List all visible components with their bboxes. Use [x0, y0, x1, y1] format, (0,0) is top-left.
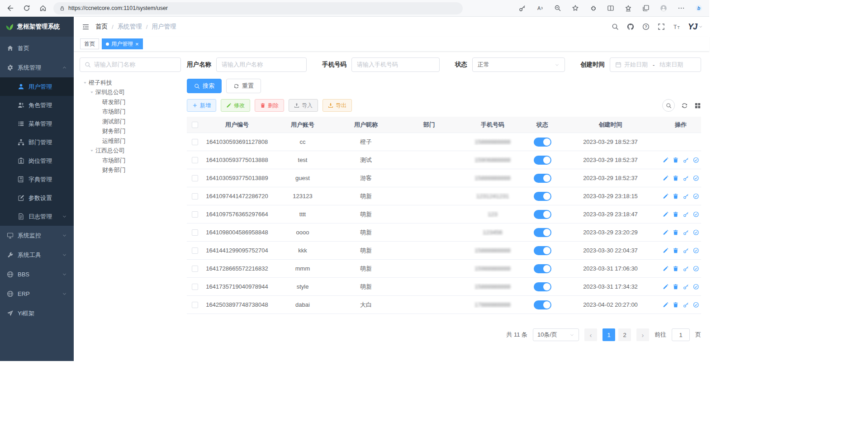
- reset-password-icon[interactable]: [683, 284, 689, 290]
- key-icon[interactable]: [517, 2, 528, 14]
- assign-role-icon[interactable]: [693, 302, 699, 308]
- prev-page-button[interactable]: ‹: [584, 328, 597, 341]
- sidebar-item-post-management[interactable]: 岗位管理: [0, 152, 74, 170]
- export-button[interactable]: 导出: [323, 99, 352, 112]
- status-toggle[interactable]: [534, 282, 551, 291]
- breadcrumb-item[interactable]: 首页: [95, 23, 108, 31]
- sidebar-item-bbs[interactable]: BBS: [0, 265, 74, 284]
- reload-icon[interactable]: [21, 2, 33, 14]
- sidebar-item-yi-framework[interactable]: Yi框架: [0, 304, 74, 323]
- row-checkbox[interactable]: [192, 229, 198, 236]
- status-toggle[interactable]: [534, 210, 551, 219]
- assign-role-icon[interactable]: [693, 157, 699, 163]
- edit-user-icon[interactable]: [663, 284, 669, 290]
- tree-node[interactable]: 市场部门: [80, 107, 181, 117]
- goto-page-input[interactable]: 1: [672, 328, 690, 341]
- edit-user-icon[interactable]: [663, 247, 669, 254]
- assign-role-icon[interactable]: [693, 284, 699, 290]
- tree-node[interactable]: 测试部门: [80, 117, 181, 127]
- extensions-icon[interactable]: [587, 2, 599, 14]
- split-screen-icon[interactable]: [605, 2, 617, 14]
- edit-user-icon[interactable]: [663, 266, 669, 272]
- assign-role-icon[interactable]: [693, 211, 699, 218]
- edit-user-icon[interactable]: [663, 302, 669, 308]
- edit-user-icon[interactable]: [663, 175, 669, 181]
- favorites-bar-icon[interactable]: [622, 2, 634, 14]
- reset-button[interactable]: 重置: [226, 79, 261, 93]
- zoom-icon[interactable]: [552, 2, 564, 14]
- row-checkbox[interactable]: [192, 302, 198, 308]
- delete-user-icon[interactable]: [673, 175, 679, 181]
- tab-home[interactable]: 首页: [80, 38, 99, 49]
- assign-role-icon[interactable]: [693, 266, 699, 272]
- phone-input[interactable]: 请输入手机号码: [351, 57, 440, 72]
- search-button[interactable]: 搜索: [187, 79, 222, 93]
- add-button[interactable]: 新增: [187, 99, 216, 112]
- search-icon[interactable]: [609, 21, 621, 33]
- row-checkbox[interactable]: [192, 193, 198, 200]
- status-toggle[interactable]: [534, 300, 551, 309]
- status-toggle[interactable]: [534, 156, 551, 165]
- row-checkbox[interactable]: [192, 284, 198, 290]
- fullscreen-icon[interactable]: [655, 21, 667, 33]
- select-all-checkbox[interactable]: [192, 122, 198, 128]
- row-checkbox[interactable]: [192, 211, 198, 218]
- sidebar-item-dict-management[interactable]: 字典管理: [0, 170, 74, 189]
- reset-password-icon[interactable]: [683, 157, 689, 163]
- delete-user-icon[interactable]: [673, 302, 679, 308]
- sidebar-item-system-management[interactable]: 系统管理: [0, 58, 74, 77]
- page-size-select[interactable]: 10条/页: [533, 328, 579, 341]
- next-page-button[interactable]: ›: [636, 328, 649, 341]
- sidebar-item-user-management[interactable]: 用户管理: [0, 77, 74, 96]
- dept-search-input[interactable]: 请输入部门名称: [80, 57, 181, 72]
- reset-password-icon[interactable]: [683, 302, 689, 308]
- page-button-2[interactable]: 2: [618, 328, 631, 341]
- sidebar-item-erp[interactable]: ERP: [0, 284, 74, 304]
- copilot-icon[interactable]: b: [693, 2, 705, 14]
- breadcrumb-item[interactable]: 用户管理: [152, 23, 176, 31]
- sidebar-item-param-settings[interactable]: 参数设置: [0, 189, 74, 207]
- assign-role-icon[interactable]: [693, 229, 699, 236]
- reset-password-icon[interactable]: [683, 266, 689, 272]
- delete-user-icon[interactable]: [673, 284, 679, 290]
- user-avatar[interactable]: YJ: [688, 22, 703, 32]
- tree-node[interactable]: 橙子科技: [80, 78, 181, 88]
- table-refresh-button[interactable]: [681, 102, 688, 109]
- more-icon[interactable]: [675, 2, 687, 14]
- tree-node[interactable]: 财务部门: [80, 166, 181, 176]
- close-tab-icon[interactable]: ×: [135, 41, 139, 47]
- assign-role-icon[interactable]: [693, 175, 699, 181]
- edit-user-icon[interactable]: [663, 211, 669, 218]
- reset-password-icon[interactable]: [683, 247, 689, 254]
- favorite-add-icon[interactable]: [569, 2, 581, 14]
- row-checkbox[interactable]: [192, 266, 198, 272]
- status-select[interactable]: 正常: [472, 57, 565, 72]
- breadcrumb-item[interactable]: 系统管理: [118, 23, 142, 31]
- tree-node[interactable]: 运维部门: [80, 136, 181, 146]
- github-icon[interactable]: [625, 21, 636, 33]
- status-toggle[interactable]: [534, 174, 551, 183]
- sidebar-item-log-management[interactable]: 日志管理: [0, 207, 74, 226]
- font-size-icon[interactable]: TT: [671, 21, 683, 33]
- status-toggle[interactable]: [534, 264, 551, 273]
- reset-password-icon[interactable]: [683, 193, 689, 200]
- sidebar-item-dept-management[interactable]: 部门管理: [0, 133, 74, 152]
- edit-user-icon[interactable]: [663, 193, 669, 200]
- help-icon[interactable]: ?: [640, 21, 652, 33]
- delete-user-icon[interactable]: [673, 247, 679, 254]
- table-search-button[interactable]: [662, 99, 675, 112]
- delete-button[interactable]: 删除: [255, 99, 284, 112]
- sidebar-item-role-management[interactable]: 角色管理: [0, 96, 74, 114]
- tree-node[interactable]: 深圳总公司: [80, 88, 181, 98]
- edit-user-icon[interactable]: [663, 229, 669, 236]
- row-checkbox[interactable]: [192, 247, 198, 254]
- profile-icon[interactable]: [658, 2, 669, 14]
- delete-user-icon[interactable]: [673, 193, 679, 200]
- sidebar-item-system-tools[interactable]: 系统工具: [0, 245, 74, 265]
- tab-user-management[interactable]: 用户管理×: [102, 38, 143, 49]
- table-columns-button[interactable]: [694, 102, 701, 109]
- reset-password-icon[interactable]: [683, 211, 689, 218]
- row-checkbox[interactable]: [192, 157, 198, 163]
- status-toggle[interactable]: [534, 228, 551, 237]
- sidebar-item-system-monitor[interactable]: 系统监控: [0, 226, 74, 245]
